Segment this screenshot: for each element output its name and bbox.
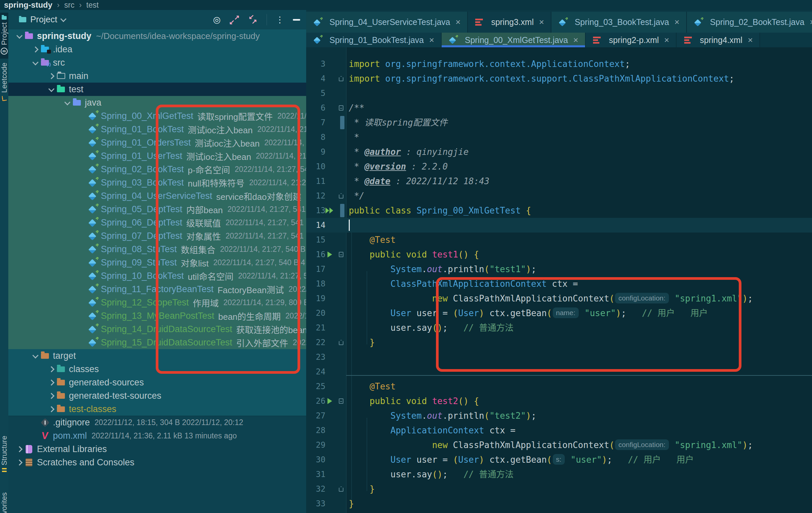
breadcrumb-item[interactable]: spring-study	[4, 0, 52, 10]
collapse-all-icon[interactable]: ↗↙	[248, 15, 258, 25]
tree-row[interactable]: .gitignore2022/11/12, 18:15, 304 B 2022/…	[8, 416, 306, 429]
line-number: 24	[306, 364, 325, 379]
breadcrumb-item[interactable]: src	[64, 1, 75, 10]
chevron-down-icon[interactable]	[32, 59, 38, 65]
tree-row[interactable]: test	[8, 83, 306, 96]
editor-tab[interactable]: spring4.xml×	[676, 33, 760, 47]
close-icon[interactable]: ×	[748, 35, 753, 45]
tree-row[interactable]: Vpom.xml2022/11/14, 21:36, 2.11 kB 13 mi…	[8, 429, 306, 442]
sidebar-tool-button-structure[interactable]: Structure	[0, 436, 8, 472]
tree-row[interactable]: Scratches and Consoles	[8, 456, 306, 469]
sidebar-tool-button-leetcode[interactable]: Leetcode	[0, 63, 8, 101]
run-class-icon[interactable]	[325, 207, 334, 214]
run-test-icon[interactable]	[327, 398, 332, 404]
tree-row[interactable]: Spring_00_XmlGetTest读取spring配置文件2022/11/…	[8, 109, 306, 123]
tree-row[interactable]: Spring_04_UserServiceTestservice和dao对象创建…	[8, 189, 306, 202]
expand-all-icon[interactable]: ↗↙	[229, 15, 239, 25]
tree-item-timestamp: 2022/11/14, 21:36, 2.11 kB 13 minutes ag…	[91, 431, 237, 440]
fold-end-icon[interactable]	[339, 340, 343, 345]
run-test-icon[interactable]	[327, 251, 332, 258]
parameter-hint: configLocation:	[615, 293, 669, 303]
tree-item-label: Spring_15_DruidDataSourceTest	[101, 338, 232, 348]
fold-end-icon[interactable]	[339, 76, 343, 81]
chevron-down-icon[interactable]	[16, 32, 22, 38]
leetcode-icon	[1, 95, 7, 101]
close-icon[interactable]: ×	[539, 17, 544, 27]
chevron-right-icon[interactable]	[16, 446, 22, 452]
chevron-right-icon[interactable]	[32, 46, 38, 52]
chevron-right-icon[interactable]	[48, 366, 54, 372]
fold-region-icon[interactable]	[339, 252, 343, 257]
more-options-icon[interactable]: ⋮	[276, 15, 284, 24]
sidebar-tool-button-project[interactable]: Projectm	[0, 13, 8, 59]
chevron-right-icon[interactable]	[48, 406, 54, 412]
tree-row[interactable]: ⟨/⟩src	[8, 56, 306, 69]
tree-row[interactable]: Spring_15_DruidDataSourceTest引入外部文件2022/…	[8, 336, 306, 349]
chevron-down-icon[interactable]	[64, 99, 70, 105]
tree-row[interactable]: java	[8, 96, 306, 109]
tree-row[interactable]: Spring_01_UserTest测试ioc注入bean2022/11/14,…	[8, 149, 306, 163]
tree-row[interactable]: Spring_05_DeptTest内部bean2022/11/14, 21:2…	[8, 202, 306, 216]
tree-row[interactable]: Spring_11_FactoryBeanTestFactoryBean测试20…	[8, 282, 306, 296]
editor-tab[interactable]: spring3.xml×	[468, 12, 551, 33]
fold-end-icon[interactable]	[339, 193, 343, 198]
chevron-right-icon[interactable]	[48, 393, 54, 399]
tree-row[interactable]: Spring_01_BookTest测试ioc注入bean2022/11/14,…	[8, 123, 306, 136]
orange-icon	[56, 404, 65, 414]
tree-row[interactable]: test-classes	[8, 402, 306, 416]
chevron-down-icon[interactable]	[32, 352, 38, 358]
tree-row[interactable]: Spring_10_BookTestutil命名空间2022/11/14, 21…	[8, 269, 306, 282]
tree-row[interactable]: Spring_07_DeptTest对象属性2022/11/14, 21:27,…	[8, 229, 306, 243]
editor-tab[interactable]: Spring_03_BookTest.java×	[551, 12, 687, 33]
chevron-right-icon[interactable]	[48, 379, 54, 385]
tree-row[interactable]: classes	[8, 362, 306, 376]
tree-row[interactable]: generated-sources	[8, 376, 306, 389]
tree-row[interactable]: .idea	[8, 43, 306, 56]
line-number: 10	[306, 159, 325, 174]
close-icon[interactable]: ×	[573, 35, 578, 45]
locate-icon[interactable]: ◎	[213, 15, 221, 24]
close-icon[interactable]: ×	[664, 35, 669, 45]
tree-row[interactable]: Spring_08_StuTest数组集合2022/11/14, 21:27, …	[8, 243, 306, 256]
fold-end-icon[interactable]	[339, 486, 343, 492]
chevron-down-icon[interactable]	[48, 86, 54, 91]
tree-row[interactable]: Spring_06_DeptTest级联赋值2022/11/14, 21:27,…	[8, 216, 306, 229]
tree-row[interactable]: generated-test-sources	[8, 389, 306, 402]
close-icon[interactable]: ×	[429, 35, 434, 45]
line-number: 13	[306, 203, 325, 218]
tree-row[interactable]: Spring_09_StuTest对象list2022/11/14, 21:27…	[8, 256, 306, 269]
fold-region-icon[interactable]	[339, 105, 343, 111]
editor-tab[interactable]: Spring_04_UserServiceTest.java×	[306, 12, 468, 33]
editor-tab[interactable]: Spring_02_BookTest.java×	[687, 12, 812, 33]
close-icon[interactable]: ×	[810, 17, 812, 27]
tree-row[interactable]: Spring_01_OrdersTest测试ioc注入bean2022/11/1…	[8, 136, 306, 149]
code-area[interactable]: 3import org.springframework.context.Appl…	[306, 47, 812, 513]
tree-row[interactable]: Spring_12_ScopeTest作用域2022/11/14, 21:29,…	[8, 296, 306, 309]
tree-row[interactable]: External Libraries	[8, 442, 306, 456]
close-icon[interactable]: ×	[674, 17, 679, 27]
sidebar-tool-button-favorites[interactable]: Favorites	[0, 492, 8, 513]
editor-tab[interactable]: spring2-p.xml×	[586, 33, 676, 47]
chevron-right-icon[interactable]	[16, 459, 22, 465]
tree-row[interactable]: Spring_02_BookTestp-命名空间2022/11/14, 21:2…	[8, 163, 306, 176]
chevron-right-icon[interactable]	[48, 73, 54, 79]
tab-label: spring2-p.xml	[609, 35, 659, 45]
tree-row[interactable]: Spring_13_MyBeanPostTestbean的生命周期2022/11…	[8, 309, 306, 322]
tree-item-timestamp: 2022/11/14, 21:27, 541 B 3 minu	[226, 218, 306, 227]
editor-tab[interactable]: Spring_01_BookTest.java×	[306, 33, 442, 47]
tree-row[interactable]: Spring_14_DruidDataSourceTest获取连接池的bean2…	[8, 322, 306, 336]
chevron-down-icon[interactable]	[60, 16, 66, 22]
fold-region-icon[interactable]	[339, 398, 343, 404]
tree-item-timestamp: 2022/11/14, 21:29, 809 B 6 minut	[223, 298, 306, 307]
tree-row[interactable]: spring-study~/Documents/idea-workspace/s…	[8, 29, 306, 43]
tree-row[interactable]: Spring_03_BookTestnull和特殊符号2022/11/14, 2…	[8, 176, 306, 189]
breadcrumb-item[interactable]: test	[86, 1, 98, 10]
breadcrumb-separator: ›	[57, 1, 60, 10]
tree-row[interactable]: target	[8, 349, 306, 362]
hide-panel-icon[interactable]	[293, 19, 300, 21]
tab-label: spring3.xml	[491, 17, 534, 27]
tree-row[interactable]: main	[8, 69, 306, 83]
editor-tab[interactable]: Spring_00_XmlGetTest.java×	[442, 33, 586, 47]
test-java-icon	[88, 285, 97, 294]
close-icon[interactable]: ×	[456, 17, 461, 27]
